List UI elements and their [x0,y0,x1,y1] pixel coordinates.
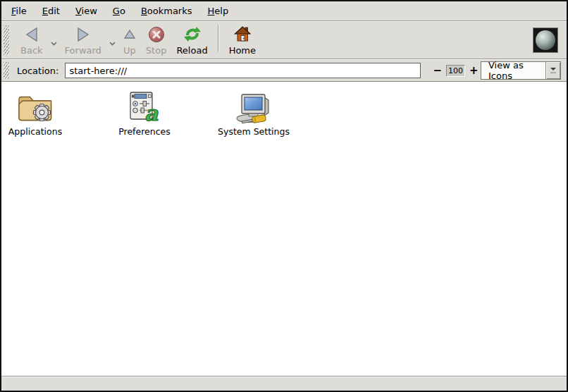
stop-label: Stop [146,46,167,56]
stop-button[interactable]: Stop [141,23,172,57]
menu-view[interactable]: View [68,3,105,19]
menubar: File Edit View Go Bookmarks Help [1,1,567,21]
back-label: Back [20,46,43,56]
throbber-sphere [536,30,555,50]
chevron-down-icon [109,35,116,45]
throbber-icon [533,27,558,53]
zoom-level-indicator: 100 [446,65,465,77]
location-input[interactable] [65,63,421,78]
system-settings-icon [233,89,274,124]
menu-go[interactable]: Go [105,3,133,19]
view-mode-select[interactable]: View as Icons [481,61,561,80]
applications-item[interactable]: Applications [6,89,65,137]
menu-file[interactable]: File [4,3,35,19]
menu-edit-label: Edit [42,6,60,16]
up-button[interactable]: Up [118,23,141,57]
view-mode-value: View as Icons [481,60,545,81]
zoom-in-button[interactable]: + [467,66,481,75]
preferences-item[interactable]: a Preferences [115,89,174,137]
back-history-dropdown[interactable] [48,23,60,57]
system-settings-item[interactable]: System Settings [224,89,283,137]
menu-bookmarks[interactable]: Bookmarks [133,3,200,19]
back-button[interactable]: Back [16,23,48,57]
dropdown-arrow-icon [550,68,556,71]
icon-view-pane: Applications [1,82,567,376]
home-icon [233,25,252,44]
up-icon [123,25,136,44]
preferences-icon: a [128,89,161,124]
applications-folder-icon [16,89,54,124]
forward-button[interactable]: Forward [60,23,106,57]
status-bar [1,376,567,391]
home-label: Home [229,46,256,56]
chevron-down-icon [51,35,57,45]
menu-go-label: Go [113,6,125,16]
menu-file-label: File [11,6,27,16]
reload-label: Reload [176,46,207,56]
preferences-label: Preferences [118,126,171,137]
applications-label: Applications [8,126,62,137]
view-mode-dropdown-button[interactable] [545,62,560,79]
icon-row: Applications [1,82,567,137]
forward-history-dropdown[interactable] [106,23,118,57]
menu-bookmarks-label: Bookmarks [141,6,192,16]
reload-icon [183,25,202,44]
toolbar-drag-handle[interactable] [4,25,9,55]
svg-text:a: a [144,101,159,124]
location-bar: Location: − 100 + View as Icons [1,59,567,82]
reload-button[interactable]: Reload [171,23,212,57]
locationbar-drag-handle[interactable] [4,62,9,79]
toolbar-separator [218,25,219,51]
forward-label: Forward [65,46,101,56]
stop-icon [148,25,165,44]
menu-help[interactable]: Help [200,3,237,19]
menu-help-label: Help [208,6,229,16]
toolbar: Back Forward Up [1,21,567,59]
forward-icon [76,25,90,44]
dropdown-arrow-shadow [550,72,556,73]
menu-view-label: View [75,6,97,16]
location-label: Location: [17,66,58,76]
menu-edit[interactable]: Edit [35,3,68,19]
system-settings-label: System Settings [218,126,290,137]
zoom-out-button[interactable]: − [431,66,444,75]
back-icon [25,25,39,44]
file-manager-window: File Edit View Go Bookmarks Help Back Fo… [0,0,568,392]
up-label: Up [123,46,136,56]
home-button[interactable]: Home [224,23,261,57]
